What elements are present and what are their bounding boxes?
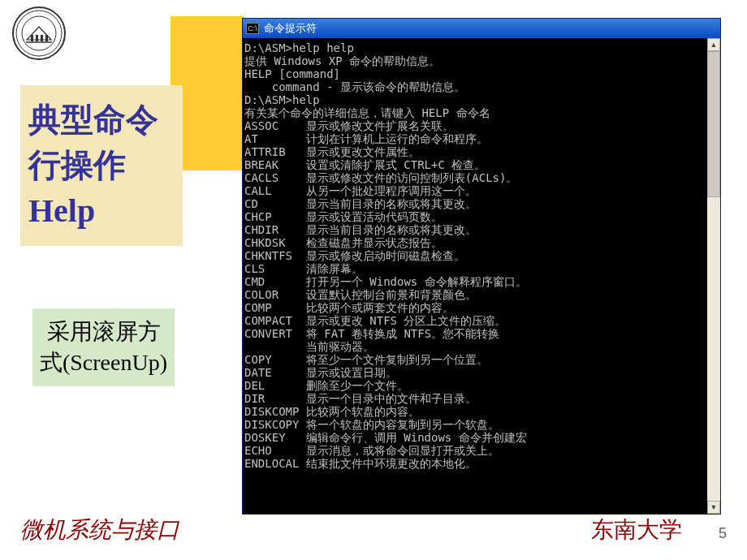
terminal-line: CACLS 显示或修改文件的访问控制列表(ACLs)。 (244, 171, 720, 184)
terminal-line: DEL 删除至少一个文件。 (244, 379, 720, 392)
terminal-line: DATE 显示或设置日期。 (244, 366, 720, 379)
window-title: 命令提示符 (264, 21, 317, 36)
command-prompt-window[interactable]: C:\ 命令提示符 D:\ASM>help help提供 Windows XP … (242, 18, 721, 515)
svg-rect-4 (41, 35, 43, 41)
slide: 典型命令行操作Help 采用滚屏方式(ScreenUp) C:\ 命令提示符 D… (0, 0, 747, 560)
scroll-down-button[interactable]: ▼ (707, 501, 720, 514)
terminal-output[interactable]: D:\ASM>help help提供 Windows XP 命令的帮助信息。HE… (243, 38, 720, 514)
terminal-line: 当前驱动器。 (244, 340, 720, 353)
terminal-line: DOSKEY 编辑命令行、调用 Windows 命令并创建宏 (244, 431, 720, 444)
title-box: 典型命令行操作Help (20, 85, 183, 246)
page-number: 5 (719, 525, 727, 542)
terminal-line: CHDIR 显示当前目录的名称或将其更改。 (244, 223, 720, 236)
terminal-line: D:\ASM>help help (244, 41, 720, 54)
terminal-line: COPY 将至少一个文件复制到另一个位置。 (244, 353, 720, 366)
terminal-line: command - 显示该命令的帮助信息。 (244, 80, 720, 93)
terminal-line: HELP [command] (244, 67, 720, 80)
terminal-line: ECHO 显示消息，或将命令回显打开或关上。 (244, 444, 720, 457)
terminal-line: ATTRIB 显示或更改文件属性。 (244, 145, 720, 158)
terminal-line: CLS 清除屏幕。 (244, 262, 720, 275)
terminal-line: DISKCOPY 将一个软盘的内容复制到另一个软盘。 (244, 418, 720, 431)
footer-university: 东南大学 (591, 515, 682, 545)
terminal-line: CALL 从另一个批处理程序调用这一个。 (244, 184, 720, 197)
subtitle-box: 采用滚屏方式(ScreenUp) (32, 308, 175, 386)
scroll-thumb[interactable] (707, 51, 720, 197)
terminal-line: CHKDSK 检查磁盘并显示状态报告。 (244, 236, 720, 249)
terminal-line: ASSOC 显示或修改文件扩展名关联。 (244, 119, 720, 132)
svg-rect-2 (31, 35, 33, 41)
terminal-line: CHKNTFS 显示或修改启动时间磁盘检查。 (244, 249, 720, 262)
terminal-line: DIR 显示一个目录中的文件和子目录。 (244, 392, 720, 405)
terminal-line: AT 计划在计算机上运行的命令和程序。 (244, 132, 720, 145)
window-titlebar[interactable]: C:\ 命令提示符 (243, 19, 720, 38)
terminal-line: CONVERT 将 FAT 卷转换成 NTFS。您不能转换 (244, 327, 720, 340)
terminal-line: D:\ASM>help (244, 93, 720, 106)
terminal-line: COMPACT 显示或更改 NTFS 分区上文件的压缩。 (244, 314, 720, 327)
terminal-line: BREAK 设置或清除扩展式 CTRL+C 检查。 (244, 158, 720, 171)
svg-point-0 (16, 11, 62, 56)
footer-course-name: 微机系统与接口 (20, 515, 179, 545)
terminal-line: DISKCOMP 比较两个软盘的内容。 (244, 405, 720, 418)
svg-point-1 (22, 16, 56, 50)
university-logo (12, 6, 66, 60)
terminal-line: COLOR 设置默认控制台前景和背景颜色。 (244, 288, 720, 301)
terminal-line: 提供 Windows XP 命令的帮助信息。 (244, 54, 720, 67)
cmd-icon: C:\ (246, 23, 259, 34)
terminal-line: ENDLOCAL 结束批文件中环境更改的本地化。 (244, 457, 720, 470)
slide-title: 典型命令行操作Help (28, 97, 175, 234)
terminal-line: CMD 打开另一个 Windows 命令解释程序窗口。 (244, 275, 720, 288)
scroll-up-button[interactable]: ▲ (707, 38, 720, 51)
terminal-line: CHCP 显示或设置活动代码页数。 (244, 210, 720, 223)
scrollbar[interactable]: ▲ ▼ (707, 38, 720, 514)
svg-rect-3 (36, 35, 38, 41)
terminal-line: COMP 比较两个或两套文件的内容。 (244, 301, 720, 314)
terminal-line: 有关某个命令的详细信息，请键入 HELP 命令名 (244, 106, 720, 119)
slide-subtitle: 采用滚屏方式(ScreenUp) (39, 317, 168, 378)
terminal-line: CD 显示当前目录的名称或将其更改。 (244, 197, 720, 210)
svg-rect-5 (45, 35, 48, 41)
